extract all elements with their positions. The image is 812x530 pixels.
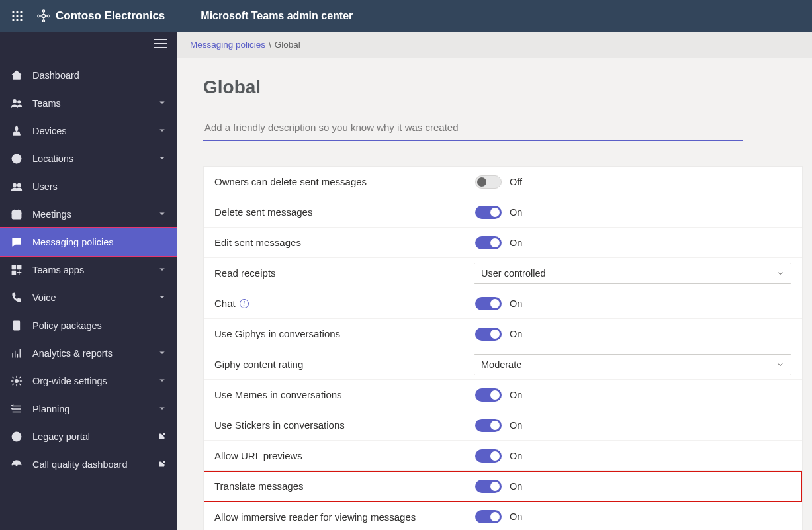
toggle-state-text: On (510, 451, 522, 461)
hamburger-icon (154, 38, 167, 49)
svg-point-6 (12, 19, 14, 21)
sidebar-item-legacy-portal[interactable]: Legacy portal (0, 423, 177, 451)
apps-icon (10, 264, 23, 276)
svg-point-47 (16, 464, 17, 466)
setting-label: Read receipts (214, 267, 276, 279)
svg-rect-31 (18, 265, 21, 269)
svg-point-2 (20, 11, 22, 13)
svg-point-5 (20, 15, 22, 17)
toggle-switch[interactable] (475, 297, 502, 310)
setting-label: Use Giphys in conversations (214, 328, 340, 339)
setting-row: Allow URL previewsOn (204, 441, 802, 471)
sidebar-item-policy-packages[interactable]: Policy packages (0, 312, 177, 339)
setting-label: Allow URL previews (214, 450, 302, 461)
planning-icon (10, 403, 23, 415)
description-input[interactable] (203, 118, 743, 141)
toggle-switch[interactable] (475, 480, 502, 493)
sidebar-item-locations[interactable]: Locations (0, 145, 177, 173)
teams-icon (10, 97, 23, 109)
svg-point-1 (16, 11, 18, 13)
svg-point-22 (18, 101, 21, 103)
toggle-switch[interactable] (475, 510, 502, 523)
sidebar: DashboardTeamsDevicesLocationsUsersMeeti… (0, 32, 177, 530)
sidebar-collapse-button[interactable] (154, 38, 167, 51)
main: Messaging policies \ Global Global Owner… (177, 32, 812, 530)
toggle-switch[interactable] (475, 206, 502, 219)
sidebar-item-call-quality-dashboard[interactable]: Call quality dashboard (0, 451, 177, 478)
dashboard-icon (10, 459, 23, 470)
toggle-state-text: On (510, 298, 522, 309)
svg-point-10 (42, 10, 44, 12)
app-launcher-button[interactable] (7, 5, 28, 26)
sidebar-item-label: Call quality dashboard (32, 459, 145, 470)
sidebar-item-label: Voice (32, 292, 149, 303)
toggle-switch[interactable] (475, 236, 502, 249)
sidebar-item-planning[interactable]: Planning (0, 395, 177, 423)
toggle-switch[interactable] (475, 175, 502, 189)
sidebar-item-label: Devices (32, 126, 149, 136)
toggle-state-text: On (510, 390, 522, 400)
svg-point-11 (42, 20, 44, 22)
waffle-icon (12, 11, 23, 21)
sidebar-item-users[interactable]: Users (0, 173, 177, 200)
sidebar-item-label: Teams apps (32, 265, 149, 275)
toggle-state-text: On (510, 420, 522, 431)
toggle-switch[interactable] (475, 388, 502, 402)
toggle-state-text: On (510, 238, 522, 248)
sidebar-item-teams[interactable]: Teams (0, 89, 177, 117)
setting-label: Giphy content rating (214, 359, 303, 370)
sidebar-item-org-wide-settings[interactable]: Org-wide settings (0, 367, 177, 395)
svg-point-3 (12, 15, 14, 17)
sidebar-item-meetings[interactable]: Meetings (0, 200, 177, 228)
setting-row: Edit sent messagesOn (204, 228, 802, 258)
globe-icon (10, 153, 23, 165)
setting-row: Read receiptsUser controlled (204, 258, 802, 288)
sidebar-item-devices[interactable]: Devices (0, 117, 177, 145)
sidebar-item-messaging-policies[interactable]: Messaging policies (0, 227, 177, 257)
toggle-switch[interactable] (475, 449, 502, 463)
svg-rect-32 (12, 271, 15, 275)
breadcrumb-separator: \ (269, 40, 271, 50)
svg-rect-18 (154, 39, 167, 40)
svg-point-13 (48, 15, 50, 17)
setting-row: ChatiOn (204, 288, 802, 319)
sidebar-item-voice[interactable]: Voice (0, 284, 177, 312)
setting-row: Use Giphys in conversationsOn (204, 319, 802, 349)
chevron-down-icon (158, 404, 166, 414)
sidebar-item-label: Teams (32, 98, 149, 109)
home-icon (10, 69, 23, 81)
org-brand[interactable]: Contoso Electronics (37, 9, 165, 22)
svg-point-9 (42, 15, 46, 18)
svg-rect-26 (12, 211, 21, 219)
page-title: Global (203, 77, 786, 98)
svg-point-0 (12, 11, 14, 13)
toggle-switch[interactable] (475, 328, 502, 341)
sidebar-item-teams-apps[interactable]: Teams apps (0, 256, 177, 284)
chevron-down-icon (776, 269, 784, 277)
setting-row: Use Memes in conversationsOn (204, 380, 802, 410)
policy-icon (10, 320, 23, 331)
sidebar-item-analytics-reports[interactable]: Analytics & reports (0, 339, 177, 367)
suite-header: Contoso Electronics Microsoft Teams admi… (0, 0, 812, 32)
sidebar-item-label: Org-wide settings (32, 376, 149, 386)
calendar-icon (10, 208, 23, 220)
setting-label: Use Stickers in conversations (214, 420, 345, 431)
chevron-down-icon (158, 292, 166, 303)
setting-row: Owners can delete sent messagesOff (204, 167, 802, 197)
chevron-down-icon (776, 361, 784, 369)
info-icon[interactable]: i (240, 299, 249, 308)
sidebar-item-dashboard[interactable]: Dashboard (0, 62, 177, 89)
toggle-state-text: Off (510, 177, 522, 187)
select-dropdown[interactable]: User controlled (474, 263, 791, 284)
toggle-state-text: On (510, 207, 522, 218)
toggle-switch[interactable] (475, 419, 502, 432)
setting-label: Edit sent messages (214, 237, 301, 248)
sidebar-item-label: Users (32, 181, 166, 192)
sidebar-item-label: Meetings (32, 209, 149, 220)
voice-icon (10, 292, 23, 304)
breadcrumb-parent-link[interactable]: Messaging policies (190, 40, 265, 50)
chevron-down-icon (158, 376, 166, 386)
select-value: Moderate (481, 359, 521, 370)
external-link-icon (158, 431, 166, 442)
select-dropdown[interactable]: Moderate (474, 354, 791, 375)
